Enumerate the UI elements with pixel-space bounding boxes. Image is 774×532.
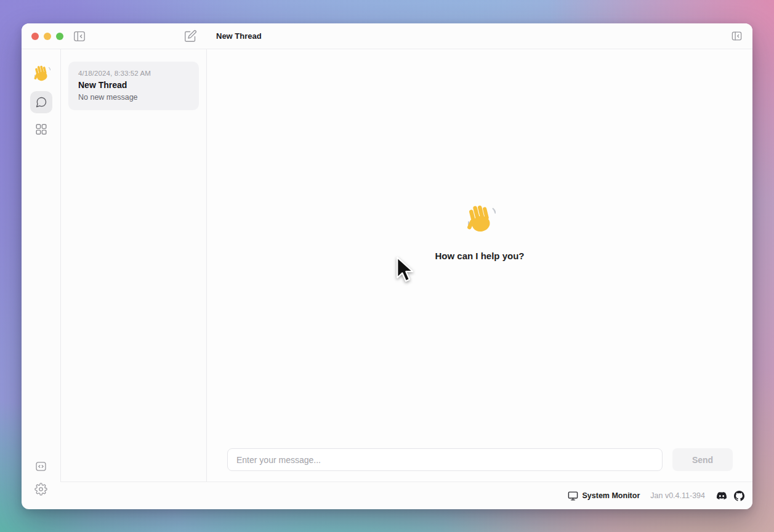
send-button[interactable]: Send: [672, 448, 733, 471]
monitor-icon: [568, 491, 578, 501]
thread-list-panel: 4/18/2024, 8:33:52 AM New Thread No new …: [61, 49, 206, 482]
rail-top-group: [30, 64, 52, 140]
thread-last-message: No new message: [78, 93, 189, 102]
wave-hand-icon: [464, 203, 496, 235]
thread-title: New Thread: [78, 80, 189, 90]
discord-link[interactable]: [716, 491, 728, 501]
minimize-window-button[interactable]: [44, 33, 51, 40]
titlebar: New Thread: [22, 23, 752, 49]
toggle-right-panel-button[interactable]: [731, 30, 743, 42]
compose-new-thread-icon: [184, 30, 197, 42]
threads-main-divider: [206, 49, 207, 482]
message-input-row: Send: [227, 448, 733, 471]
greeting-text: How can I help you?: [435, 251, 524, 261]
app-version-label: Jan v0.4.11-394: [650, 491, 705, 500]
grid-hub-icon: [34, 123, 48, 136]
sidebar-item-hub[interactable]: [30, 118, 52, 140]
rail-bottom-group: [34, 460, 47, 496]
system-monitor-label: System Monitor: [583, 491, 640, 500]
thread-list-item[interactable]: 4/18/2024, 8:33:52 AM New Thread No new …: [68, 62, 199, 110]
zoom-window-button[interactable]: [56, 33, 63, 40]
sidebar-item-settings[interactable]: [34, 483, 47, 496]
wave-hand-icon: [32, 64, 50, 83]
footer-links: [716, 491, 744, 501]
panel-right-toggle-icon: [731, 30, 743, 42]
empty-thread-greeting: How can I help you?: [207, 49, 752, 414]
sidebar-item-local-api-server[interactable]: [34, 460, 47, 473]
toggle-left-panel-button[interactable]: [73, 30, 86, 43]
github-link[interactable]: [734, 491, 744, 501]
panel-left-toggle-icon: [73, 30, 86, 43]
jan-app-window: New Thread: [22, 23, 752, 509]
left-icon-rail: [22, 49, 60, 509]
system-monitor-button[interactable]: System Monitor: [568, 491, 640, 501]
github-icon: [734, 491, 744, 501]
rail-divider: [60, 49, 61, 482]
message-input[interactable]: [227, 448, 663, 471]
close-window-button[interactable]: [31, 33, 39, 40]
desktop-background: New Thread: [0, 0, 774, 532]
gear-icon: [34, 483, 47, 496]
status-footer: System Monitor Jan v0.4.11-394: [60, 482, 752, 509]
code-server-icon: [34, 460, 47, 473]
titlebar-main-section: New Thread: [206, 23, 752, 49]
new-thread-button[interactable]: [184, 30, 197, 42]
traffic-lights: [31, 33, 63, 40]
titlebar-left-section: [22, 23, 206, 49]
sidebar-item-threads[interactable]: [30, 91, 52, 113]
chat-bubble-icon: [35, 96, 47, 108]
chat-main-panel: How can I help you? Send: [207, 49, 752, 482]
discord-icon: [716, 491, 728, 501]
thread-timestamp: 4/18/2024, 8:33:52 AM: [78, 70, 189, 77]
page-title: New Thread: [216, 31, 262, 41]
